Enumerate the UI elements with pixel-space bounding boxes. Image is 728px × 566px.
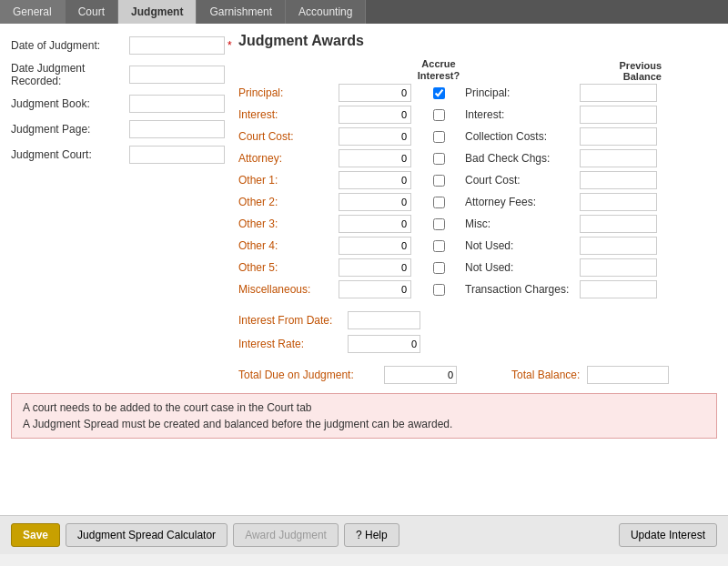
awards-header: Accrue Interest? Previous Balance — [238, 58, 717, 82]
main-content: Date of Judgment: * Date Judgment Record… — [0, 24, 728, 515]
interest-rate-row: Interest Rate: — [238, 335, 717, 353]
bad-check-chgs-label: Bad Check Chgs: — [461, 152, 580, 165]
spread-calculator-button[interactable]: Judgment Spread Calculator — [66, 523, 228, 547]
other2-accrue-checkbox[interactable] — [433, 197, 445, 208]
misc-label: Misc: — [461, 217, 580, 230]
transaction-charges-label: Transaction Charges: — [461, 283, 580, 296]
interest-right-label: Interest: — [461, 108, 580, 121]
judgment-court-row: Judgment Court: — [11, 146, 220, 164]
transaction-charges-input[interactable] — [580, 280, 657, 298]
warning-2: A Judgment Spread must be created and ba… — [23, 418, 705, 430]
miscellaneous-left-label: Miscellaneous: — [238, 283, 339, 296]
collection-costs-label: Collection Costs: — [461, 130, 580, 143]
not-used-1-label: Not Used: — [461, 239, 580, 252]
not-used-1-input[interactable] — [580, 237, 657, 255]
principal-right-label: Principal: — [461, 86, 580, 99]
total-balance-section: Total Balance: — [511, 366, 669, 384]
interest-rate-label: Interest Rate: — [238, 338, 348, 350]
principal-left-input[interactable] — [339, 84, 411, 102]
accrue-interest-header: Accrue Interest? — [416, 58, 461, 82]
other3-left-input[interactable] — [339, 215, 411, 233]
required-indicator: * — [228, 39, 232, 52]
miscellaneous-accrue-checkbox[interactable] — [433, 284, 445, 296]
date-of-judgment-row: Date of Judgment: * — [11, 36, 220, 55]
court-cost-right-label: Court Cost: — [461, 174, 580, 187]
section-title: Judgment Awards — [238, 33, 717, 49]
warning-1: A court needs to be added to the court c… — [23, 401, 705, 414]
right-panel: Judgment Awards Accrue Interest? Previou… — [238, 33, 717, 384]
other5-left-input[interactable] — [339, 258, 411, 277]
interest-rate-input[interactable] — [348, 335, 420, 353]
principal-left-label: Principal: — [238, 86, 339, 99]
other4-left-label: Other 4: — [238, 239, 339, 252]
interest-from-date-input[interactable] — [348, 311, 420, 329]
total-due-input[interactable] — [384, 366, 457, 384]
footer: Save Judgment Spread Calculator Award Ju… — [0, 515, 728, 554]
other1-accrue-checkbox[interactable] — [433, 175, 445, 187]
tab-garnishment[interactable]: Garnishment — [197, 0, 286, 24]
interest-from-date-label: Interest From Date: — [238, 314, 348, 327]
collection-costs-input[interactable] — [580, 127, 657, 146]
layout: Date of Judgment: * Date Judgment Record… — [11, 33, 717, 384]
interest-accrue-checkbox[interactable] — [433, 109, 445, 121]
interest-from-date-row: Interest From Date: — [238, 311, 717, 329]
bad-check-chgs-input[interactable] — [580, 149, 657, 167]
previous-balance-header: Previous Balance — [580, 60, 662, 82]
help-button[interactable]: ? Help — [344, 523, 399, 547]
judgment-page-row: Judgment Page: — [11, 120, 220, 138]
judgment-page-label: Judgment Page: — [11, 123, 129, 136]
other4-accrue-checkbox[interactable] — [433, 240, 445, 252]
attorney-fees-label: Attorney Fees: — [461, 196, 580, 208]
totals-section: Total Due on Judgment: Total Balance: — [238, 366, 717, 384]
date-of-judgment-input[interactable] — [129, 36, 225, 55]
principal-right-input[interactable] — [580, 84, 657, 102]
judgment-page-input[interactable] — [129, 120, 225, 138]
other2-left-input[interactable] — [339, 193, 411, 211]
attorney-accrue-checkbox[interactable] — [433, 153, 445, 165]
miscellaneous-left-input[interactable] — [339, 280, 411, 298]
other3-left-label: Other 3: — [238, 217, 339, 230]
total-balance-input[interactable] — [587, 366, 669, 384]
tab-accounting[interactable]: Accounting — [286, 0, 366, 24]
interest-right-input[interactable] — [580, 106, 657, 124]
date-judgment-recorded-input[interactable] — [129, 66, 225, 84]
judgment-court-label: Judgment Court: — [11, 148, 129, 161]
tab-judgment[interactable]: Judgment — [118, 0, 197, 24]
other5-accrue-checkbox[interactable] — [433, 262, 445, 274]
save-button[interactable]: Save — [11, 523, 60, 547]
not-used-2-input[interactable] — [580, 258, 657, 277]
total-due-label: Total Due on Judgment: — [238, 369, 384, 381]
date-judgment-recorded-row: Date Judgment Recorded: — [11, 62, 220, 87]
attorney-fees-input[interactable] — [580, 193, 657, 211]
award-judgment-button[interactable]: Award Judgment — [233, 523, 339, 547]
awards-grid: Principal: Principal: Interest: Interest… — [238, 84, 717, 298]
other1-left-input[interactable] — [339, 171, 411, 189]
total-balance-label: Total Balance: — [511, 369, 580, 381]
other5-left-label: Other 5: — [238, 261, 339, 274]
update-interest-button[interactable]: Update Interest — [619, 523, 717, 547]
interest-left-input[interactable] — [339, 106, 411, 124]
court-cost-right-input[interactable] — [580, 171, 657, 189]
judgment-book-row: Judgment Book: — [11, 95, 220, 113]
court-cost-left-input[interactable] — [339, 127, 411, 146]
warning-area: A court needs to be added to the court c… — [11, 393, 717, 439]
judgment-court-input[interactable] — [129, 146, 225, 164]
judgment-book-label: Judgment Book: — [11, 97, 129, 110]
tab-general[interactable]: General — [0, 0, 66, 24]
principal-accrue-checkbox[interactable] — [433, 87, 445, 99]
left-panel: Date of Judgment: * Date Judgment Record… — [11, 33, 238, 171]
total-due-section: Total Due on Judgment: — [238, 366, 457, 384]
attorney-left-label: Attorney: — [238, 152, 339, 165]
tab-court[interactable]: Court — [66, 0, 118, 24]
date-of-judgment-label: Date of Judgment: — [11, 39, 129, 52]
tab-bar: General Court Judgment Garnishment Accou… — [0, 0, 728, 24]
court-cost-left-label: Court Cost: — [238, 130, 339, 143]
judgment-book-input[interactable] — [129, 95, 225, 113]
misc-input[interactable] — [580, 215, 657, 233]
attorney-left-input[interactable] — [339, 149, 411, 167]
other2-left-label: Other 2: — [238, 196, 339, 208]
date-judgment-recorded-label: Date Judgment Recorded: — [11, 62, 129, 87]
other4-left-input[interactable] — [339, 237, 411, 255]
other3-accrue-checkbox[interactable] — [433, 218, 445, 230]
court-cost-accrue-checkbox[interactable] — [433, 131, 445, 143]
